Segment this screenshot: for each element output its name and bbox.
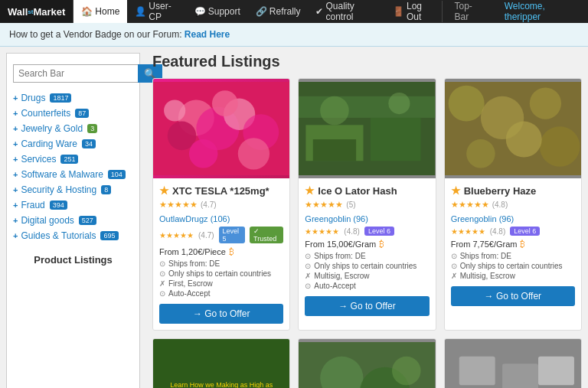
expand-icon: + (13, 124, 18, 133)
globe-icon: ⊙ (305, 262, 311, 270)
nav-user-cp[interactable]: 👤 User-CP (127, 0, 186, 23)
category-software[interactable]: Software & Malware (21, 169, 103, 180)
ships-from-row: ⊙ Ships from: DE (305, 252, 429, 260)
nav-support[interactable]: 💬 Support (187, 0, 248, 23)
category-jewelry[interactable]: Jewelry & Gold (21, 123, 83, 134)
category-badge: 251 (60, 155, 78, 164)
list-item: + Drugs 1817 (7, 90, 139, 106)
listing-body: ★ Blueberry Haze ★★★★★ (4.8) Greengoblin… (445, 178, 581, 312)
category-badge: 104 (108, 170, 126, 179)
category-guides[interactable]: Guides & Tutorials (21, 230, 96, 241)
listing-image: Learn How we Making as High as $50,000 t… (153, 339, 289, 388)
sidebar-label: Product Listings (7, 246, 139, 270)
list-item: + Jewelry & Gold 3 (7, 121, 139, 136)
go-to-offer-button[interactable]: → Go to Offer (451, 286, 575, 306)
seller-link[interactable]: Greengoblin (96) (451, 214, 514, 223)
svg-point-6 (212, 90, 238, 116)
list-item: + Guides & Tutorials 695 (7, 228, 139, 243)
location-icon: ⊙ (159, 259, 165, 268)
listing-title: ★ Blueberry Haze (451, 184, 575, 197)
category-badge: 695 (100, 231, 118, 240)
top-bar-label: Top-Bar (442, 1, 496, 22)
rating-row: ★★★★★ (4.7) (159, 200, 283, 210)
rating-row: ★★★★★ (4.8) (451, 200, 575, 210)
ships-from-row: ⊙ Ships from: DE (159, 259, 283, 268)
stars-icon: ★★★★★ (451, 200, 489, 210)
search-bar-container: 🔍 (7, 60, 139, 87)
nav-quality-control[interactable]: ✔ Quality control (308, 0, 385, 23)
category-fraud[interactable]: Fraud (21, 200, 44, 210)
category-badge: 87 (75, 109, 89, 118)
list-item: + Digital goods 527 (7, 213, 139, 228)
svg-rect-24 (445, 82, 581, 175)
search-input[interactable] (13, 64, 138, 83)
svg-point-29 (392, 357, 421, 386)
expand-icon: + (13, 216, 18, 225)
listing-card: ★ Ice O Lator Hash ★★★★★ (5) Greengoblin… (298, 78, 436, 331)
seller-stars-icon: ★★★★★ (159, 231, 194, 240)
seller-rating-row: ★★★★★ (4.8) Level 6 (305, 227, 429, 236)
location-icon: ⊙ (305, 252, 311, 260)
link-icon: 🔗 (256, 6, 267, 17)
ships-from-row: ⊙ Ships from: DE (451, 252, 575, 260)
listing-image (445, 79, 581, 178)
svg-point-14 (320, 96, 349, 126)
seller-stars-icon: ★★★★★ (451, 227, 485, 236)
category-security[interactable]: Security & Hosting (21, 184, 96, 195)
list-item: + Services 251 (7, 152, 139, 167)
level-badge: Level 6 (364, 227, 394, 236)
featured-title: Featured Listings (152, 53, 582, 70)
expand-icon: + (13, 109, 18, 118)
expand-icon: + (13, 185, 18, 194)
username: theripper (505, 11, 541, 22)
auto-accept-row: ⊙ Auto-Accept (305, 282, 429, 290)
ships-to-row: ⊙ Only ships to certain countries (159, 269, 283, 278)
stars-icon: ★★★★★ (159, 200, 198, 210)
escrow-row: ✗ Multisig, Escrow (451, 272, 575, 280)
globe-icon: ⊙ (451, 262, 457, 270)
nav-refrally[interactable]: 🔗 Refrally (248, 0, 309, 23)
logo-text: Wall (8, 6, 28, 18)
category-counterfeits[interactable]: Counterfeits (21, 108, 70, 119)
listing-title: ★ XTC TESLA *125mg* (159, 184, 283, 197)
list-item: + Security & Hosting 8 (7, 182, 139, 197)
price-row: From 7,75€/Gram ₿ (451, 239, 575, 249)
go-to-offer-button[interactable]: → Go to Offer (159, 304, 283, 324)
globe-icon: ⊙ (159, 269, 165, 278)
price-row: From 15,00€/Gram ₿ (305, 239, 429, 249)
svg-rect-16 (313, 139, 356, 161)
svg-point-8 (189, 139, 218, 168)
listing-image (445, 339, 581, 388)
category-carding[interactable]: Carding Ware (21, 139, 77, 149)
seller-link[interactable]: OutlawDrugz (106) (159, 214, 230, 223)
category-badge: 1817 (50, 93, 71, 103)
seller-row: Greengoblin (96) (305, 214, 429, 223)
auto-accept-icon: ⊙ (305, 282, 311, 290)
stars-icon: ★★★★★ (305, 200, 343, 210)
svg-rect-32 (502, 364, 538, 388)
listing-image (299, 79, 435, 178)
list-item: + Fraud 394 (7, 197, 139, 213)
read-here-link[interactable]: Read Here (185, 29, 230, 40)
home-icon: 🏠 (81, 6, 93, 17)
logout-icon: 🚪 (393, 6, 404, 17)
svg-point-15 (389, 93, 410, 114)
featured-star-icon: ★ (451, 184, 461, 197)
category-digital[interactable]: Digital goods (21, 215, 74, 226)
list-item: + Carding Ware 34 (7, 136, 139, 152)
go-to-offer-button[interactable]: → Go to Offer (305, 296, 429, 316)
list-item: + Software & Malware 104 (7, 167, 139, 182)
escrow-icon: ✗ (451, 272, 457, 280)
list-item: + Counterfeits 87 (7, 106, 139, 121)
expand-icon: + (13, 170, 18, 179)
expand-icon: + (13, 139, 18, 148)
nav-home[interactable]: 🏠 Home (74, 0, 127, 23)
logo-super: st (28, 8, 33, 15)
category-services[interactable]: Services (21, 154, 56, 165)
featured-star-icon: ★ (305, 184, 315, 197)
category-drugs[interactable]: Drugs (21, 93, 45, 103)
listing-body: ★ XTC TESLA *125mg* ★★★★★ (4.7) OutlawDr… (153, 178, 289, 330)
seller-link[interactable]: Greengoblin (96) (305, 214, 368, 223)
nav-logout[interactable]: 🚪 Log Out (385, 0, 442, 23)
listing-card-bottom-2 (298, 338, 436, 388)
